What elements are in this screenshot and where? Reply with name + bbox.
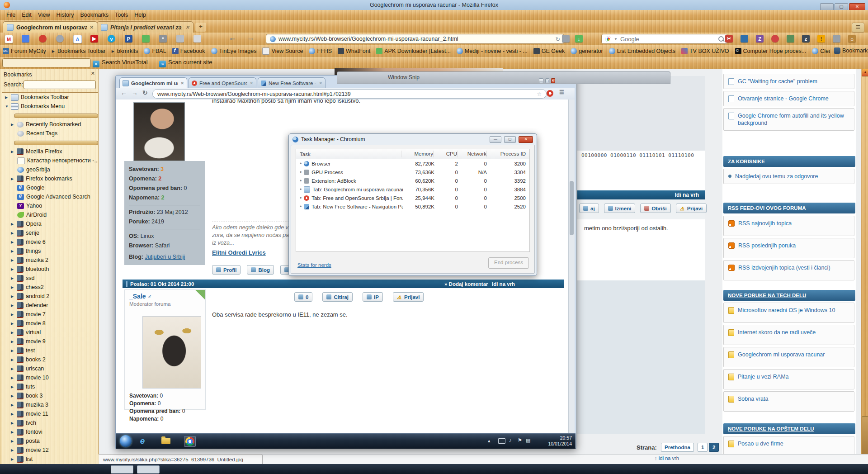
scroll-thumb[interactable] xyxy=(862,416,868,455)
pagination-page-2[interactable]: 2 xyxy=(709,443,719,452)
bookmark-tree-item[interactable]: bluetooth xyxy=(2,265,98,274)
bookmark-tree-item[interactable]: Yahoo xyxy=(2,201,98,210)
gmail-icon[interactable]: M xyxy=(5,35,13,43)
post-action-button[interactable]: Prijavi xyxy=(676,204,707,213)
bookmark-tree-item[interactable]: test xyxy=(2,346,98,355)
chromium-tab[interactable]: Googlechrom mi uspor ✕ xyxy=(119,77,187,88)
opste-topic-link[interactable]: Posao u dve firme xyxy=(723,436,854,455)
tab-close-icon[interactable]: ✕ xyxy=(250,81,253,85)
show-hidden-icons[interactable]: ▴ xyxy=(488,438,491,444)
sidebar-close-icon[interactable]: ✕ xyxy=(91,71,95,76)
menu-icon[interactable]: ☰ xyxy=(559,89,564,95)
tab-close-icon[interactable]: ✕ xyxy=(90,25,94,30)
home-icon[interactable]: ⌂ xyxy=(848,35,856,43)
column-task[interactable]: Task xyxy=(296,152,401,157)
bookmark-tree-item[interactable]: movie 11 xyxy=(2,409,98,418)
bookmark-tree-item[interactable]: movie 7 xyxy=(2,310,98,319)
chromium-scrollbar[interactable] xyxy=(568,100,575,433)
tech-topic-link[interactable]: Googlechrom mi usporava racunar xyxy=(723,347,854,367)
lightning-icon[interactable]: ! xyxy=(817,35,825,43)
bookmark-item[interactable]: TV BOX UŽIVO xyxy=(681,48,729,54)
bookmark-tree-item[interactable]: movie 10 xyxy=(2,373,98,382)
stats-for-nerds-link[interactable]: Stats for nerds xyxy=(297,262,331,268)
menu-item[interactable]: History xyxy=(57,12,74,18)
bookmark-tree-item[interactable]: movie 8 xyxy=(2,319,98,328)
bookmark-item[interactable]: GE Geek xyxy=(533,48,565,54)
signature-link[interactable]: Elitni Odredi Lyrics xyxy=(212,249,289,256)
tech-topic-link[interactable]: Sobna vrata xyxy=(723,391,854,412)
bookmark-item[interactable]: APK Downloader [Latest... xyxy=(376,48,451,54)
back-icon[interactable]: ← xyxy=(121,89,127,96)
tab-close-icon[interactable]: ✕ xyxy=(319,81,322,85)
bookmark-tree-item[interactable]: fontovi xyxy=(2,427,98,436)
bookmark-item[interactable]: View Source xyxy=(262,47,303,55)
bookmark-tree-item[interactable]: virtual xyxy=(2,328,98,337)
bookmark-tree-item[interactable]: tvch xyxy=(2,418,98,427)
addon-icon-8[interactable]: P xyxy=(125,35,132,43)
bookmark-tree-item[interactable]: Mozilla Firefox xyxy=(2,147,98,156)
browser-tab-1[interactable]: Googlechrom mi usporava r... ✕ xyxy=(3,21,98,33)
search-box[interactable]: ▼ Google xyxy=(601,34,728,44)
addon-icon-11[interactable] xyxy=(176,35,184,43)
reload-icon[interactable]: ↻ xyxy=(556,36,560,43)
taskbar-clock[interactable]: 20:57 10/01/2014 xyxy=(548,435,572,447)
chromium-maximize-button[interactable]: ▢ xyxy=(545,78,550,83)
tech-topic-link[interactable]: Internet skoro da ne radi uveče xyxy=(723,325,854,345)
bookmark-tree-item[interactable]: Recent Tags xyxy=(2,129,98,138)
bookmark-tree-item[interactable]: AirDroid xyxy=(2,210,98,219)
adblock-icon[interactable] xyxy=(547,90,553,97)
post-button[interactable]: 0 xyxy=(294,292,312,302)
bookmark-item[interactable]: Bookmarks Toolbar xyxy=(52,48,106,54)
bookmark-item[interactable]: WhatFont xyxy=(338,48,370,54)
bookmark-tree-item[interactable]: geoSrbija xyxy=(2,165,98,174)
bookmark-tree-item[interactable]: Opera xyxy=(2,219,98,228)
gear-icon[interactable]: * xyxy=(159,35,167,43)
bookmark-item[interactable]: bkmrklts xyxy=(112,48,138,54)
rss-link[interactable]: RSS izdvojenjih topica (vesti i članci) xyxy=(723,260,854,280)
pagination-page-1[interactable]: 1 xyxy=(698,443,708,452)
url-text[interactable]: www.mycity.rs/Web-browseri/Googlechrom-m… xyxy=(157,91,534,97)
bookmark-tree-item[interactable]: Google Advanced Search xyxy=(2,192,98,201)
post2-username[interactable]: _Sale xyxy=(129,293,146,300)
post-button[interactable]: Citiraj xyxy=(322,292,353,302)
blog-link[interactable]: Jutjuberi u Srbiji xyxy=(145,254,185,260)
chevron-down-icon[interactable]: ▼ xyxy=(614,37,618,41)
post-button[interactable]: IP xyxy=(363,292,383,302)
chromium-taskbar-icon[interactable] xyxy=(184,436,196,447)
back-button[interactable]: ← xyxy=(228,33,236,43)
dialog-close-button[interactable]: ✕ xyxy=(519,136,533,143)
task-row[interactable]: •Tab: Free and OpenSource Srbija | Forum… xyxy=(296,194,529,202)
dialog-maximize-button[interactable]: ▢ xyxy=(504,136,516,143)
task-row[interactable]: •Tab: Googlechrom mi usporava racunar 70… xyxy=(296,185,529,194)
post-button[interactable]: Prijavi xyxy=(393,292,424,302)
chromium-tab[interactable]: Free and OpenSource S ✕ xyxy=(189,77,256,88)
taskbar-thumbnail[interactable] xyxy=(111,465,133,474)
menu-item[interactable]: Help xyxy=(134,12,146,18)
addon-icon-r8[interactable] xyxy=(833,35,840,43)
url-text[interactable]: www.mycity.rs/Web-browseri/Googlechrom-m… xyxy=(278,36,553,42)
addon-icon-r2[interactable] xyxy=(741,35,748,43)
virustotal-search-button[interactable]: »Search VirusTotal xyxy=(93,59,148,67)
forward-button[interactable]: → xyxy=(246,33,255,43)
bookmark-tree-item[interactable]: Bookmarks Menu xyxy=(2,102,98,111)
bookmark-tree-item[interactable]: movie 9 xyxy=(2,337,98,346)
bookmark-tree-item[interactable]: Recently Bookmarked xyxy=(2,120,98,129)
bookmark-star-icon[interactable]: ☆ xyxy=(537,91,542,97)
bookmark-item[interactable]: Forum MyCity xyxy=(3,48,46,54)
bookmark-tree-item[interactable]: Firefox bookmarks xyxy=(2,174,98,183)
related-link[interactable]: Otvaranje stranice - Google Chrome xyxy=(723,91,854,106)
scissors-icon[interactable]: ✂ xyxy=(725,35,733,43)
search-addon-icon[interactable] xyxy=(22,35,29,43)
reload-icon[interactable]: ↻ xyxy=(142,89,148,96)
menu-item[interactable]: Tools xyxy=(115,12,128,18)
related-link[interactable]: GC "Waiting for cache" problem xyxy=(723,74,854,89)
zotero-icon[interactable]: Z xyxy=(756,35,764,43)
addon-icon-12[interactable] xyxy=(193,35,201,43)
column-memory[interactable]: Memory xyxy=(401,151,433,157)
post-action-button[interactable]: Obriši xyxy=(640,204,670,213)
taskbar-thumbnail[interactable] xyxy=(137,465,160,474)
addon-icon-r6[interactable]: z xyxy=(802,35,810,43)
search-value[interactable]: Google xyxy=(620,36,716,43)
bookmark-tree-item[interactable]: things xyxy=(2,246,98,256)
go-top-link[interactable]: Idi na vrh xyxy=(492,281,515,287)
